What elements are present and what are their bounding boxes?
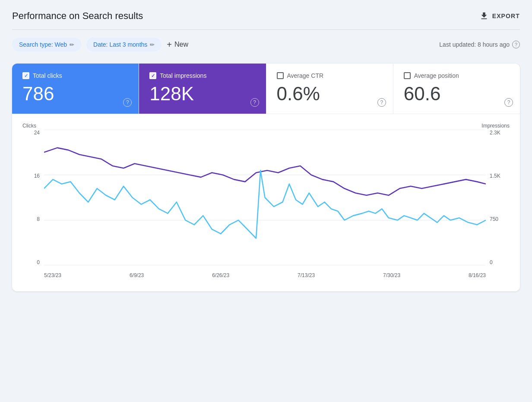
x-label-5: 8/16/23 (469, 272, 486, 278)
left-label-3: 0 (22, 259, 40, 265)
new-filter-button[interactable]: + New (167, 40, 188, 50)
date-filter[interactable]: Date: Last 3 months ✏ (86, 38, 162, 51)
clicks-checkbox[interactable]: ✓ (22, 72, 29, 79)
x-label-3: 7/13/23 (298, 272, 315, 278)
position-label: Average position (414, 72, 459, 79)
plus-icon: + (167, 40, 172, 50)
filters-row: Search type: Web ✏ Date: Last 3 months ✏… (12, 38, 520, 51)
right-label-1: 1.5K (490, 173, 509, 179)
search-type-filter[interactable]: Search type: Web ✏ (12, 38, 81, 51)
left-label-2: 8 (22, 216, 40, 222)
position-help-icon[interactable]: ? (504, 98, 513, 107)
left-axis-title: Clicks (22, 123, 36, 129)
ctr-label: Average CTR (287, 72, 324, 79)
metric-avg-position[interactable]: Average position 60.6 ? (393, 64, 520, 114)
last-updated-text: Last updated: 8 hours ago ? (439, 41, 520, 48)
metric-header-ctr: Average CTR (277, 72, 383, 79)
new-filter-label: New (174, 41, 188, 48)
right-label-2: 750 (490, 216, 509, 222)
impressions-value: 128K (149, 84, 255, 103)
chart-svg (44, 130, 486, 265)
impressions-checkbox[interactable]: ✓ (149, 72, 156, 79)
clicks-line (44, 170, 486, 238)
impressions-help-icon[interactable]: ? (250, 98, 259, 107)
left-label-1: 16 (22, 173, 40, 179)
metric-header-impressions: ✓ Total impressions (149, 72, 255, 79)
x-label-2: 6/26/23 (212, 272, 229, 278)
export-button[interactable]: EXPORT (479, 11, 520, 21)
impressions-checkmark: ✓ (151, 73, 155, 79)
ctr-value: 0.6% (277, 84, 383, 103)
main-card: ✓ Total clicks 786 ? ✓ Total impressions… (12, 64, 520, 291)
left-axis-labels: 24 16 8 0 (22, 130, 41, 265)
download-icon (479, 11, 489, 21)
impressions-label: Total impressions (160, 72, 206, 79)
date-label: Date: Last 3 months (93, 41, 147, 48)
x-label-0: 5/23/23 (44, 272, 61, 278)
ctr-checkbox[interactable] (277, 72, 284, 79)
page-header: Performance on Search results EXPORT (12, 10, 520, 22)
metrics-row: ✓ Total clicks 786 ? ✓ Total impressions… (12, 64, 520, 114)
clicks-help-icon[interactable]: ? (123, 98, 132, 107)
chart-area: Clicks Impressions 24 16 8 0 2.3K 1.5K 7… (22, 123, 510, 278)
left-label-0: 24 (22, 130, 40, 136)
metric-total-clicks[interactable]: ✓ Total clicks 786 ? (12, 64, 139, 114)
right-label-3: 0 (490, 259, 509, 265)
right-label-0: 2.3K (490, 130, 509, 136)
position-checkbox[interactable] (404, 72, 411, 79)
metric-header-clicks: ✓ Total clicks (22, 72, 128, 79)
last-updated-help-icon[interactable]: ? (512, 41, 520, 48)
metric-total-impressions[interactable]: ✓ Total impressions 128K ? (139, 64, 266, 114)
metric-avg-ctr[interactable]: Average CTR 0.6% ? (266, 64, 393, 114)
search-type-label: Search type: Web (19, 41, 67, 48)
clicks-value: 786 (22, 84, 128, 103)
x-label-1: 6/9/23 (130, 272, 144, 278)
ctr-help-icon[interactable]: ? (377, 98, 386, 107)
position-value: 60.6 (404, 84, 510, 103)
page-title: Performance on Search results (12, 10, 143, 22)
date-edit-icon: ✏ (150, 41, 155, 48)
x-label-4: 7/30/23 (383, 272, 400, 278)
clicks-label: Total clicks (33, 72, 62, 79)
chart-section: Clicks Impressions 24 16 8 0 2.3K 1.5K 7… (12, 114, 520, 291)
right-axis-title: Impressions (481, 123, 510, 129)
clicks-checkmark: ✓ (24, 73, 28, 79)
export-label: EXPORT (492, 13, 520, 19)
right-axis-labels: 2.3K 1.5K 750 0 (490, 130, 510, 265)
impressions-line (44, 148, 486, 195)
header-divider (12, 29, 520, 30)
search-type-edit-icon: ✏ (70, 41, 74, 48)
x-axis-labels: 5/23/23 6/9/23 6/26/23 7/13/23 7/30/23 8… (44, 272, 486, 278)
metric-header-position: Average position (404, 72, 510, 79)
